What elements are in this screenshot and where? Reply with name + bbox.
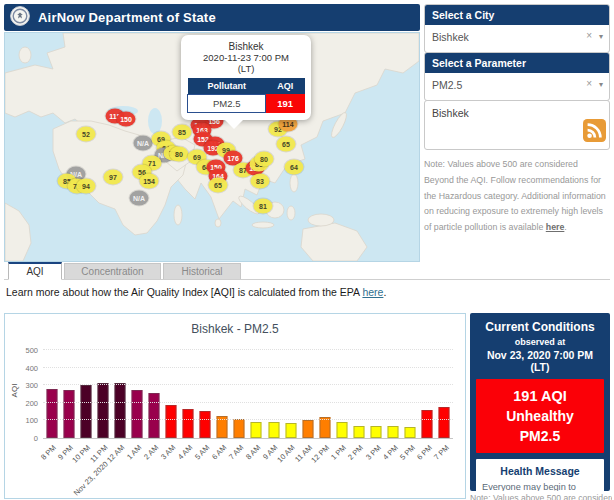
parameter-select-label: Select a Parameter: [425, 53, 609, 73]
chart-x-tick: 10 AM: [282, 440, 299, 499]
chart-bar-slot: [282, 350, 299, 438]
parameter-clear-icon[interactable]: ×: [586, 78, 592, 89]
chart-bar-slot: [197, 350, 214, 438]
chart-bar: [114, 383, 125, 438]
chart-bar-slot: [77, 350, 94, 438]
chart-bar: [268, 422, 279, 438]
chart-x-tick: Nov 23, 2020 12 AM: [111, 440, 128, 499]
chart-gridline: [43, 349, 453, 350]
chart-bar-slot: [316, 350, 333, 438]
parameter-dropdown-caret-icon[interactable]: ▾: [599, 80, 603, 89]
chart-bar: [405, 427, 416, 438]
city-select-label: Select a City: [425, 5, 609, 25]
chart-bar-slot: [350, 350, 367, 438]
popup-col-aqi: AQI: [266, 78, 305, 95]
parameter-select-box: Select a Parameter PM2.5 ×▾: [424, 52, 610, 101]
state-department-seal-icon: [10, 6, 30, 30]
chart-bar-slot: [367, 350, 384, 438]
parameter-select-value: PM2.5: [432, 79, 462, 91]
chart-bar: [302, 420, 313, 438]
map-marker[interactable]: 83: [251, 174, 270, 189]
chart-x-tick: 3 AM: [163, 440, 180, 499]
chart-bar-slot: [145, 350, 162, 438]
map-marker[interactable]: 64: [285, 160, 304, 175]
map-marker[interactable]: 81: [254, 199, 273, 214]
chart-x-tick: 8 AM: [248, 440, 265, 499]
chart-x-tick: 4 AM: [180, 440, 197, 499]
chart-x-tick: 2 AM: [145, 440, 162, 499]
tab-strip: AQI Concentration Historical: [4, 262, 610, 280]
map-marker[interactable]: 65: [277, 137, 296, 152]
chart-plot-area: 0100200300400500: [43, 350, 453, 439]
chart-bar: [131, 390, 142, 438]
tab-concentration[interactable]: Concentration: [64, 263, 161, 279]
chart-gridline: [43, 367, 453, 368]
page-title: AirNow Department of State: [38, 10, 216, 25]
chart-bar-slot: [436, 350, 453, 438]
map-marker[interactable]: 65: [209, 178, 228, 193]
tab-historical[interactable]: Historical: [163, 263, 241, 279]
chart-x-tick: 1 PM: [333, 440, 350, 499]
chart-x-tick: 9 AM: [265, 440, 282, 499]
chart-bar-slot: [265, 350, 282, 438]
chart-bar-slot: [111, 350, 128, 438]
chart-bar-slot: [163, 350, 180, 438]
map-marker[interactable]: 150: [117, 112, 136, 127]
chart-bar-slot: [128, 350, 145, 438]
chart-x-tick: 2 PM: [350, 440, 367, 499]
city-dropdown-caret-icon[interactable]: ▾: [599, 32, 603, 41]
popup-timezone: (LT): [187, 63, 305, 74]
chart-gridline: [43, 384, 453, 385]
tab-aqi[interactable]: AQI: [8, 262, 62, 280]
map-marker[interactable]: 80: [170, 147, 189, 162]
map-marker[interactable]: 154: [140, 174, 159, 189]
chart-x-tick: 5 PM: [402, 440, 419, 499]
chart-bar-slot: [214, 350, 231, 438]
chart-bar: [422, 410, 433, 439]
map-marker[interactable]: 97: [104, 170, 123, 185]
chart-bar: [97, 383, 108, 438]
map-marker[interactable]: 94: [77, 179, 96, 194]
popup-table: Pollutant AQI PM2.5 191: [187, 78, 305, 113]
map-marker[interactable]: N/A: [130, 191, 149, 206]
map-marker[interactable]: 85: [173, 125, 192, 140]
city-clear-icon[interactable]: ×: [586, 30, 592, 41]
chart-x-axis-labels: 8 PM9 PM10 PM11 PMNov 23, 2020 12 AM1 AM…: [43, 440, 453, 499]
chart-y-tick-label: 0: [13, 434, 38, 443]
app-header: AirNow Department of State: [4, 4, 420, 31]
chart-y-tick-label: 300: [13, 381, 38, 390]
chart-bar: [251, 422, 262, 438]
chart-bar-slot: [385, 350, 402, 438]
aqi-world-map[interactable]: 1151505285N/A6964N/A7080715615497N/AN/A8…: [4, 32, 420, 262]
health-message-body: Everyone may begin to experience health …: [482, 481, 598, 491]
chart-x-tick: 6 PM: [419, 440, 436, 499]
sidebar-note-link[interactable]: here: [546, 222, 565, 232]
parameter-select[interactable]: PM2.5 ×▾: [425, 73, 609, 100]
chart-title: Bishkek - PM2.5: [5, 322, 465, 336]
chart-bar: [285, 423, 296, 438]
chart-bar-slot: [248, 350, 265, 438]
chart-bar-slot: [231, 350, 248, 438]
aqi-pollutant: PM2.5: [480, 428, 600, 444]
popup-col-pollutant: Pollutant: [188, 78, 266, 95]
aqi-chart-panel: Bishkek - PM2.5 AQI 0100200300400500 8 P…: [4, 313, 466, 499]
chart-gridline: [43, 402, 453, 403]
popup-aqi-value: 191: [266, 95, 305, 113]
popup-datetime: 2020-11-23 7:00 PM: [187, 52, 305, 63]
map-marker[interactable]: 52: [77, 127, 96, 142]
chart-x-tick: 6 AM: [214, 440, 231, 499]
bottom-note-clipped: Note: Values above 500 are considered Be…: [470, 493, 612, 500]
chart-y-tick-label: 400: [13, 363, 38, 372]
chart-bar-slot: [299, 350, 316, 438]
rss-icon[interactable]: [583, 119, 606, 146]
chart-bar: [353, 426, 364, 438]
chart-bar-slot: [60, 350, 77, 438]
observed-at-datetime: Nov 23, 2020 7:00 PM (LT): [476, 349, 604, 373]
city-select[interactable]: Bishkek ×▾: [425, 25, 609, 52]
map-marker[interactable]: 80: [255, 152, 274, 167]
aqi-value: 191 AQI: [480, 388, 600, 404]
map-marker[interactable]: N/A: [134, 136, 153, 151]
learn-more-line: Learn more about how the Air Quality Ind…: [6, 286, 386, 298]
chart-bar-slot: [402, 350, 419, 438]
learn-more-link[interactable]: here: [362, 286, 383, 298]
